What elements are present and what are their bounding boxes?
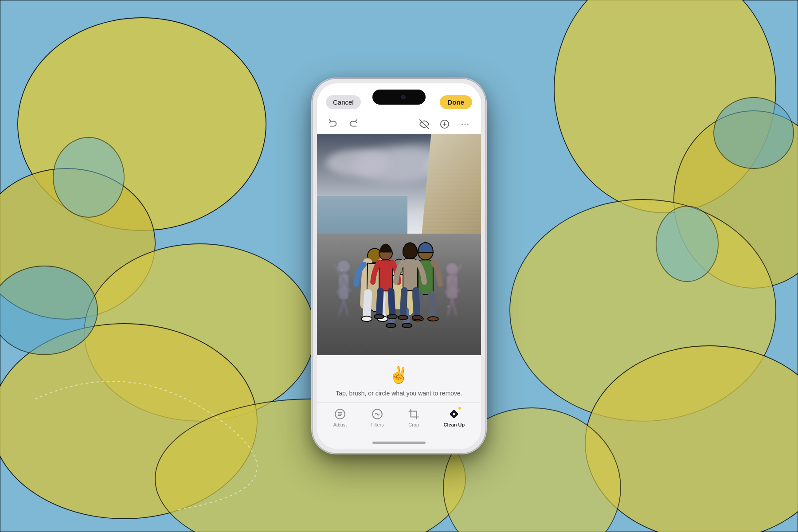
- bottom-toolbar: Adjust Filters: [317, 402, 481, 436]
- svg-point-14: [656, 206, 718, 282]
- svg-line-33: [448, 299, 452, 314]
- phone-screen: Cancel Done: [317, 83, 481, 449]
- svg-point-19: [462, 124, 463, 125]
- svg-line-34: [452, 299, 456, 314]
- svg-point-12: [53, 137, 124, 217]
- phone-frame: Cancel Done: [313, 79, 485, 453]
- svg-point-21: [467, 124, 469, 125]
- cleanup-icon: [448, 408, 460, 420]
- adjust-icon: [334, 408, 346, 420]
- adjust-tool[interactable]: Adjust: [330, 406, 351, 429]
- undo-button[interactable]: [327, 118, 339, 130]
- markup-button[interactable]: [438, 118, 451, 130]
- svg-point-45: [374, 314, 384, 319]
- svg-point-11: [0, 266, 98, 355]
- svg-point-42: [402, 323, 412, 328]
- done-button[interactable]: Done: [440, 95, 473, 109]
- svg-line-26: [339, 300, 344, 315]
- svg-point-37: [361, 316, 372, 321]
- adjust-label: Adjust: [333, 422, 347, 427]
- camera-indicator: [401, 95, 406, 99]
- svg-point-41: [386, 323, 396, 328]
- people-svg: [317, 134, 481, 355]
- cleanup-label: Clean Up: [444, 422, 465, 427]
- svg-line-27: [344, 300, 348, 315]
- svg-point-46: [387, 314, 397, 319]
- crop-label: Crop: [408, 422, 419, 427]
- svg-rect-44: [379, 260, 392, 291]
- photo-area[interactable]: [317, 134, 481, 355]
- dynamic-island: [372, 90, 426, 105]
- cleanup-tool[interactable]: Clean Up: [440, 406, 469, 429]
- home-indicator-area: [372, 436, 426, 449]
- gesture-hint-text: Tap, brush, or circle what you want to r…: [336, 390, 462, 397]
- gesture-icon: ✌️: [389, 366, 409, 384]
- crop-tool[interactable]: Crop: [404, 406, 423, 429]
- home-indicator-bar: [372, 442, 426, 444]
- svg-point-13: [714, 98, 794, 168]
- redo-button[interactable]: [347, 118, 360, 130]
- cancel-button[interactable]: Cancel: [326, 95, 361, 109]
- svg-point-61: [339, 415, 340, 416]
- gesture-hint-area: ✌️ Tap, brush, or circle what you want t…: [327, 355, 471, 402]
- hide-overlay-button[interactable]: [418, 118, 430, 130]
- filters-tool[interactable]: Filters: [367, 406, 387, 429]
- filters-label: Filters: [371, 422, 384, 427]
- phone-mockup: Cancel Done: [313, 79, 485, 453]
- svg-point-50: [428, 317, 438, 321]
- svg-point-53: [398, 315, 408, 320]
- bottom-panel: ✌️ Tap, brush, or circle what you want t…: [317, 355, 481, 449]
- photo-scene: [317, 134, 481, 355]
- filters-icon: [371, 408, 383, 420]
- more-options-button[interactable]: [459, 118, 471, 130]
- svg-point-59: [338, 412, 340, 413]
- svg-point-20: [465, 124, 466, 125]
- edit-toolbar: [317, 114, 481, 134]
- active-indicator: [458, 407, 461, 410]
- svg-point-54: [412, 315, 422, 320]
- crop-icon: [407, 408, 420, 420]
- svg-point-60: [340, 413, 342, 415]
